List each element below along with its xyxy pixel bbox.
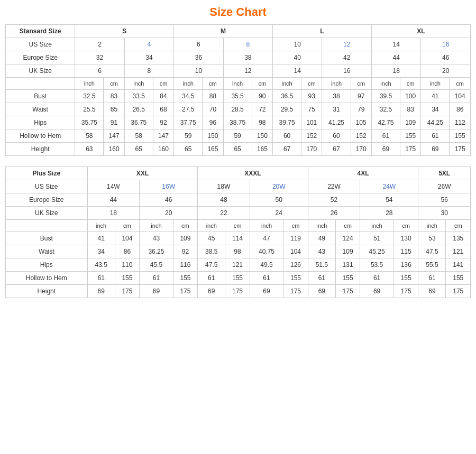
europe-size-value: 56: [418, 193, 471, 207]
bust-value: 43: [140, 232, 173, 245]
height-value: 175: [115, 285, 139, 298]
unit-label: [6, 220, 88, 232]
hips-value: 98: [252, 116, 272, 129]
bust-value: 36.5: [273, 90, 301, 103]
height-value: 165: [203, 143, 223, 156]
europe-size-label: Europe Size: [6, 51, 75, 64]
europe-size-value: 36: [174, 51, 223, 64]
hollow-label: Hollow to Hem: [6, 129, 75, 143]
hips-value: 121: [225, 258, 250, 272]
hips-value: 91: [104, 116, 124, 129]
height-value: 175: [450, 143, 471, 156]
waist-value: 45.25: [360, 245, 394, 258]
uk-size-value: 22: [198, 207, 250, 220]
europe-size-value: 40: [273, 51, 322, 64]
bust-value: 100: [400, 90, 420, 103]
europe-size-value: 46: [421, 51, 471, 64]
unit-subheader: inch: [371, 78, 400, 90]
unit-subheader: inch: [124, 78, 153, 90]
europe-size-value: 44: [371, 51, 420, 64]
unit-subheader: cm: [400, 78, 420, 90]
uk-size-value: 12: [223, 64, 272, 78]
waist-value: 43: [308, 245, 335, 258]
unit-subheader: cm: [301, 78, 322, 90]
unit-subheader: cm: [252, 78, 272, 90]
bust-value: 119: [283, 232, 308, 245]
hips-value: 36.75: [124, 116, 153, 129]
us-size-value: 22W: [308, 180, 360, 193]
bust-value: 109: [173, 232, 197, 245]
hollow-value: 61: [140, 272, 173, 285]
waist-value: 31: [322, 103, 351, 116]
hollow-value: 155: [225, 272, 250, 285]
hollow-value: 61: [421, 129, 450, 143]
unit-label: [6, 78, 75, 90]
bust-label: Bust: [6, 232, 88, 245]
us-size-value: 16W: [140, 180, 198, 193]
europe-size-value: 46: [140, 193, 198, 207]
height-value: 170: [301, 143, 322, 156]
unit-subheader: inch: [273, 78, 301, 90]
height-value: 69: [418, 285, 446, 298]
hollow-value: 155: [115, 272, 139, 285]
hips-value: 43.5: [87, 258, 115, 272]
unit-subheader: cm: [225, 220, 250, 232]
hollow-value: 152: [301, 129, 322, 143]
waist-value: 38.5: [198, 245, 225, 258]
waist-value: 26.5: [124, 103, 153, 116]
waist-label: Waist: [6, 103, 75, 116]
hollow-value: 59: [223, 129, 252, 143]
height-value: 175: [400, 143, 420, 156]
bust-value: 41: [421, 90, 450, 103]
hips-value: 42.75: [371, 116, 400, 129]
hips-label: Hips: [6, 116, 75, 129]
xl-header: XL: [371, 25, 470, 38]
height-value: 69: [360, 285, 394, 298]
us-size-value: 20W: [250, 180, 308, 193]
height-value: 69: [87, 285, 115, 298]
bust-value: 41: [87, 232, 115, 245]
hollow-value: 61: [250, 272, 283, 285]
waist-value: 65: [104, 103, 124, 116]
uk-size-value: 8: [124, 64, 173, 78]
bust-value: 104: [450, 90, 471, 103]
waist-value: 29.5: [273, 103, 301, 116]
height-value: 170: [351, 143, 371, 156]
unit-subheader: inch: [140, 220, 173, 232]
height-value: 65: [174, 143, 203, 156]
uk-size-label: UK Size: [6, 64, 75, 78]
hollow-value: 155: [393, 272, 418, 285]
standard-table: Stansard Size S M L XL US Size2468101214…: [5, 24, 471, 156]
height-value: 67: [273, 143, 301, 156]
bust-value: 34.5: [174, 90, 203, 103]
waist-value: 98: [225, 245, 250, 258]
europe-size-value: 32: [75, 51, 124, 64]
waist-value: 104: [283, 245, 308, 258]
bust-value: 93: [301, 90, 322, 103]
waist-value: 79: [351, 103, 371, 116]
bust-value: 135: [446, 232, 471, 245]
uk-size-label: UK Size: [6, 207, 88, 220]
europe-size-value: 44: [87, 193, 140, 207]
us-size-value: 10: [273, 38, 322, 51]
unit-subheader: cm: [450, 78, 471, 90]
uk-size-value: 18: [87, 207, 140, 220]
uk-size-value: 20: [421, 64, 471, 78]
4xl-header: 4XL: [308, 167, 418, 180]
hips-value: 141: [446, 258, 471, 272]
unit-subheader: cm: [115, 220, 139, 232]
us-size-value: 26W: [418, 180, 471, 193]
unit-subheader: cm: [173, 220, 197, 232]
unit-subheader: inch: [360, 220, 394, 232]
waist-value: 86: [450, 103, 471, 116]
unit-subheader: inch: [223, 78, 252, 90]
height-value: 65: [223, 143, 252, 156]
unit-subheader: cm: [104, 78, 124, 90]
waist-value: 34: [87, 245, 115, 258]
hollow-value: 58: [75, 129, 104, 143]
us-size-value: 12: [322, 38, 371, 51]
waist-value: 68: [153, 103, 173, 116]
uk-size-value: 6: [75, 64, 124, 78]
5xl-header: 5XL: [418, 167, 471, 180]
s-header: S: [75, 25, 174, 38]
